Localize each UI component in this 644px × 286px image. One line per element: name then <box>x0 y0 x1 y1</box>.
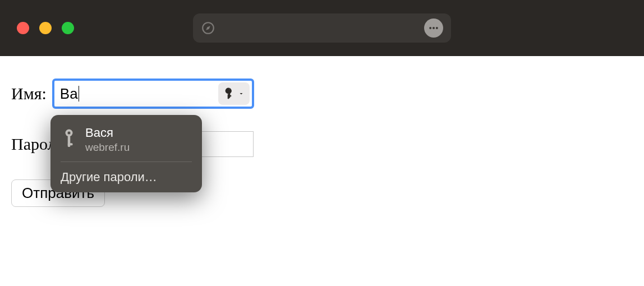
svg-point-0 <box>429 27 431 29</box>
address-bar[interactable] <box>193 13 451 43</box>
key-icon <box>223 87 236 100</box>
page-actions-button[interactable] <box>424 19 443 38</box>
name-row: Имя: Ва <box>11 79 633 109</box>
fullscreen-window-button[interactable] <box>62 22 74 34</box>
ellipsis-icon <box>428 22 439 34</box>
chevron-down-icon <box>238 90 245 97</box>
text-caret <box>79 86 79 102</box>
popup-divider <box>61 162 192 162</box>
autofill-site: webref.ru <box>85 141 130 154</box>
password-autofill-button[interactable] <box>218 82 250 105</box>
autofill-popup: Вася webref.ru Другие пароли… <box>50 115 202 192</box>
name-label: Имя: <box>11 84 47 103</box>
browser-chrome <box>0 0 644 56</box>
autofill-suggestion[interactable]: Вася webref.ru <box>50 122 202 162</box>
other-passwords-option[interactable]: Другие пароли… <box>50 168 202 184</box>
window-controls <box>17 22 74 34</box>
name-field-wrapper: Ва <box>52 79 254 109</box>
name-input-value: Ва <box>60 85 78 103</box>
close-window-button[interactable] <box>17 22 29 34</box>
autofill-suggestion-text: Вася webref.ru <box>85 125 130 154</box>
svg-point-7 <box>68 131 71 134</box>
svg-rect-5 <box>229 95 232 96</box>
compass-icon <box>201 21 215 35</box>
svg-rect-9 <box>68 143 73 145</box>
autofill-username: Вася <box>85 125 130 141</box>
svg-point-2 <box>436 27 438 29</box>
key-icon <box>61 128 77 151</box>
svg-rect-4 <box>229 92 231 98</box>
minimize-window-button[interactable] <box>39 22 52 34</box>
svg-point-1 <box>433 27 435 29</box>
